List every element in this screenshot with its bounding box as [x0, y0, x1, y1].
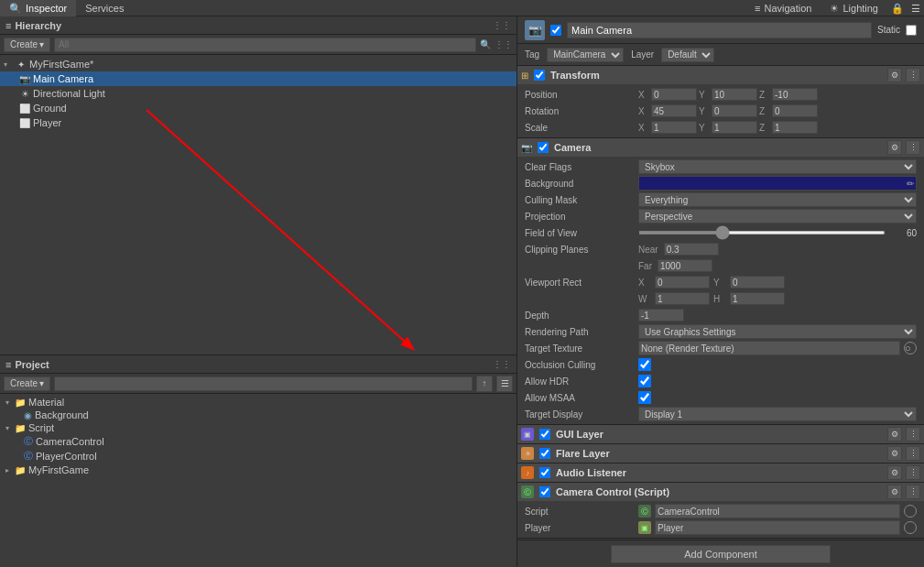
target-display-select[interactable]: Display 1	[638, 407, 917, 421]
project-item-playercontrol[interactable]: Ⓒ PlayerControl	[0, 449, 516, 463]
project-item-myfirstgame[interactable]: ▸ 📁 MyFirstGame	[0, 463, 516, 476]
static-checkbox[interactable]	[906, 25, 917, 36]
rotation-z-input[interactable]	[772, 104, 818, 117]
audio-listener-menu-icon[interactable]: ⋮	[906, 465, 920, 480]
gui-layer-header[interactable]: ▣ GUI Layer ⚙ ⋮	[517, 425, 924, 443]
transform-menu-icon[interactable]: ⋮	[906, 68, 920, 82]
transform-enabled-checkbox[interactable]	[534, 70, 545, 81]
viewport-y-input[interactable]	[730, 276, 785, 289]
player-picker-icon[interactable]	[904, 521, 917, 534]
position-z-input[interactable]	[772, 88, 818, 101]
chevron-icon: ▾	[39, 378, 44, 388]
project-item-script-folder[interactable]: ▾ 📁 Script	[0, 421, 516, 434]
material-icon: ◉	[24, 410, 32, 420]
camera-control-checkbox[interactable]	[539, 486, 550, 497]
rotation-x-input[interactable]	[651, 104, 697, 117]
far-input[interactable]	[658, 259, 712, 272]
scale-y-input[interactable]	[712, 121, 757, 134]
audio-listener-settings-icon[interactable]: ⚙	[887, 465, 902, 480]
near-input[interactable]	[664, 243, 719, 256]
allow-hdr-checkbox[interactable]	[638, 375, 651, 387]
occlusion-checkbox[interactable]	[638, 358, 651, 371]
project-item-background[interactable]: ◉ Background	[0, 409, 516, 421]
projection-label: Projection	[525, 212, 635, 222]
culling-mask-value: Everything	[638, 192, 917, 207]
target-display-value: Display 1	[638, 407, 917, 421]
tab-services[interactable]: Services	[76, 0, 133, 16]
flare-layer-checkbox[interactable]	[539, 448, 550, 459]
project-item-material-folder[interactable]: ▾ 📁 Material	[0, 396, 516, 409]
allow-msaa-checkbox[interactable]	[638, 391, 651, 404]
script-ref: Ⓒ	[638, 504, 917, 518]
hierarchy-search-input[interactable]	[54, 38, 476, 52]
depth-input[interactable]	[638, 309, 684, 322]
gui-layer-menu-icon[interactable]: ⋮	[906, 427, 920, 442]
left-panel: ≡ Hierarchy ⋮⋮ Create ▾ 🔍 ⋮⋮ ▾ ✦ MyFirst…	[0, 16, 517, 567]
hierarchy-menu-icon[interactable]: ⋮⋮	[495, 39, 513, 49]
tab-navigation[interactable]: ≡ Navigation	[745, 0, 821, 16]
camera-menu-icon[interactable]: ⋮	[906, 140, 920, 155]
tab-inspector[interactable]: 🔍 Inspector	[0, 0, 76, 16]
audio-listener-checkbox[interactable]	[539, 467, 550, 478]
tag-select[interactable]: MainCamera	[547, 48, 624, 62]
transform-title: Transform	[550, 70, 884, 81]
project-options-icon[interactable]: ⋮⋮	[493, 359, 511, 369]
camera-control-settings-icon[interactable]: ⚙	[887, 485, 902, 499]
hierarchy-item-maincamera[interactable]: 📷 Main Camera	[0, 71, 516, 86]
camera-settings-icon[interactable]: ⚙	[887, 140, 902, 155]
script-name-input[interactable]	[655, 504, 900, 518]
position-y-input[interactable]	[712, 88, 757, 101]
flare-layer-menu-icon[interactable]: ⋮	[906, 446, 920, 461]
hierarchy-create-button[interactable]: Create ▾	[4, 38, 50, 52]
tag-label: Tag	[525, 49, 539, 60]
transform-settings-icon[interactable]: ⚙	[887, 68, 902, 82]
position-x-input[interactable]	[651, 88, 697, 101]
fov-slider[interactable]	[638, 231, 886, 234]
background-color-button[interactable]: ✏	[638, 176, 917, 191]
tab-menu[interactable]: ☰	[908, 0, 924, 16]
hierarchy-panel: ≡ Hierarchy ⋮⋮ Create ▾ 🔍 ⋮⋮ ▾ ✦ MyFirst…	[0, 16, 517, 355]
clear-flags-select[interactable]: Skybox	[638, 159, 917, 174]
projection-select[interactable]: Perspective	[638, 209, 917, 224]
hierarchy-root-item[interactable]: ▾ ✦ MyFirstGame*	[0, 57, 516, 71]
project-create-button[interactable]: Create ▾	[4, 376, 50, 391]
rendering-path-select[interactable]: Use Graphics Settings	[638, 324, 917, 339]
project-search-input[interactable]	[54, 376, 473, 391]
flare-layer-header[interactable]: ☀ Flare Layer ⚙ ⋮	[517, 444, 924, 463]
tab-pin[interactable]: 🔒	[887, 0, 908, 16]
flare-layer-settings-icon[interactable]: ⚙	[887, 446, 902, 461]
gameobject-name-input[interactable]	[567, 22, 872, 38]
hierarchy-item-ground[interactable]: ⬜ Ground	[0, 101, 516, 115]
gui-layer-settings-icon[interactable]: ⚙	[887, 427, 902, 442]
layer-select[interactable]: Default	[661, 48, 714, 62]
camera-control-menu-icon[interactable]: ⋮	[906, 485, 920, 499]
hierarchy-item-player[interactable]: ⬜ Player	[0, 115, 516, 130]
project-save-icon[interactable]: ↑	[476, 376, 493, 392]
gameobject-active-checkbox[interactable]	[550, 25, 561, 36]
transform-header[interactable]: ⊞ Transform ⚙ ⋮	[517, 66, 924, 84]
culling-mask-select[interactable]: Everything	[638, 192, 917, 207]
target-texture-circle[interactable]: ○	[904, 342, 917, 354]
hierarchy-options-icon[interactable]: ⋮⋮	[493, 20, 511, 30]
scale-x-input[interactable]	[651, 121, 697, 134]
hierarchy-item-directionallight[interactable]: ☀ Directional Light	[0, 86, 516, 101]
tab-lighting[interactable]: ☀ Lighting	[821, 0, 887, 16]
scale-z-input[interactable]	[772, 121, 818, 134]
project-load-icon[interactable]: ☰	[496, 376, 513, 392]
inspector-panel: 📷 Static Tag MainCamera Layer Default ⊞	[517, 16, 924, 567]
gui-layer-checkbox[interactable]	[539, 429, 550, 440]
viewport-h-input[interactable]	[730, 292, 785, 305]
camera-enabled-checkbox[interactable]	[538, 142, 549, 153]
camera-control-header[interactable]: Ⓒ Camera Control (Script) ⚙ ⋮	[517, 483, 924, 501]
viewport-x-input[interactable]	[655, 276, 710, 289]
script-picker-icon[interactable]	[904, 505, 917, 518]
project-item-cameracontrol[interactable]: Ⓒ CameraControl	[0, 434, 516, 449]
viewport-w-input[interactable]	[655, 292, 710, 305]
add-component-button[interactable]: Add Component	[611, 545, 831, 563]
projection-row: Projection Perspective	[517, 208, 924, 224]
player-name-input[interactable]	[655, 520, 900, 535]
rotation-y-input[interactable]	[712, 104, 757, 117]
camera-header[interactable]: 📷 Camera ⚙ ⋮	[517, 138, 924, 157]
audio-listener-header[interactable]: ♪ Audio Listener ⚙ ⋮	[517, 463, 924, 482]
target-texture-input[interactable]	[638, 341, 900, 355]
